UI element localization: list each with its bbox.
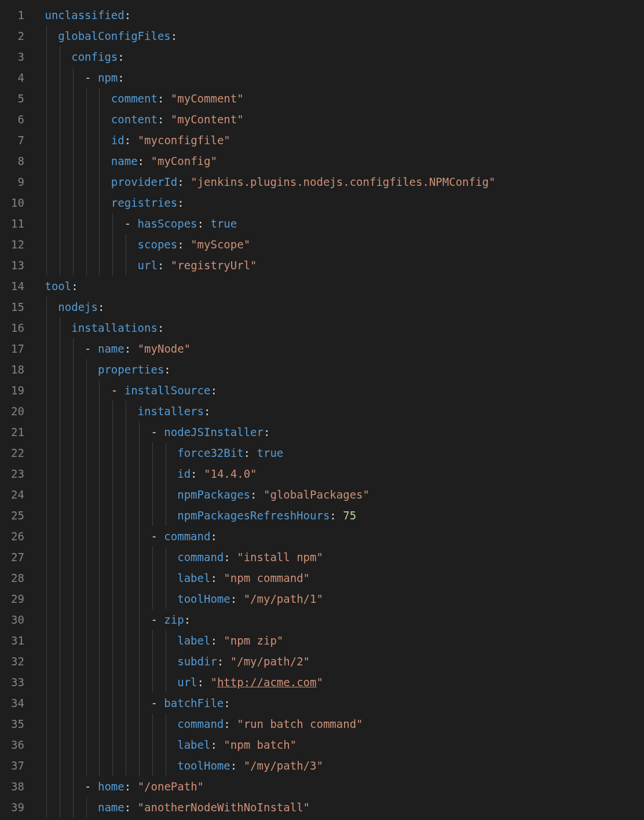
token-p: : bbox=[191, 467, 204, 480]
code-line[interactable]: comment: "myComment" bbox=[38, 88, 495, 109]
code-editor[interactable]: 1234567891011121314151617181920212223242… bbox=[0, 0, 644, 820]
token-s: "/my/path/2" bbox=[230, 655, 310, 668]
line-number: 33 bbox=[0, 672, 24, 693]
code-line[interactable]: configs: bbox=[38, 46, 495, 67]
token-d: - bbox=[85, 71, 98, 84]
token-s: "myScope" bbox=[191, 238, 250, 251]
code-line[interactable]: - name: "myNode" bbox=[38, 338, 495, 359]
line-number: 29 bbox=[0, 588, 24, 609]
code-line[interactable]: name: "anotherNodeWithNoInstall" bbox=[38, 797, 495, 818]
code-line[interactable]: registries: bbox=[38, 192, 495, 213]
token-d: - bbox=[85, 780, 98, 793]
token-k: installSource bbox=[125, 384, 211, 397]
token-s: "myconfigfile" bbox=[138, 134, 230, 147]
token-k: toolHome bbox=[177, 759, 230, 772]
code-line[interactable]: subdir: "/my/path/2" bbox=[38, 651, 495, 672]
line-number: 35 bbox=[0, 713, 24, 734]
token-k: name bbox=[111, 155, 138, 167]
code-line[interactable]: content: "myContent" bbox=[38, 109, 495, 130]
token-p: : bbox=[224, 551, 237, 563]
token-d: - bbox=[111, 384, 125, 397]
token-k: force32Bit bbox=[177, 446, 243, 459]
code-line[interactable]: force32Bit: true bbox=[38, 442, 495, 463]
code-line[interactable]: providerId: "jenkins.plugins.nodejs.conf… bbox=[38, 171, 495, 192]
token-s: "run batch command" bbox=[237, 718, 363, 730]
token-p: : bbox=[184, 613, 191, 626]
code-line[interactable]: unclassified: bbox=[38, 5, 495, 25]
line-number: 11 bbox=[0, 213, 24, 234]
token-d: - bbox=[85, 342, 98, 355]
code-line[interactable]: installations: bbox=[38, 317, 495, 338]
token-s: http://acme.com bbox=[217, 676, 317, 689]
code-line[interactable]: label: "npm batch" bbox=[38, 734, 495, 755]
code-line[interactable]: tool: bbox=[38, 276, 495, 296]
code-line[interactable]: - batchFile: bbox=[38, 693, 495, 713]
code-content[interactable]: unclassified: globalConfigFiles: configs… bbox=[38, 0, 495, 820]
line-number: 19 bbox=[0, 380, 24, 401]
line-number: 26 bbox=[0, 526, 24, 547]
code-line[interactable]: name: "myConfig" bbox=[38, 151, 495, 171]
code-line[interactable]: nodejs: bbox=[38, 296, 495, 317]
token-d: - bbox=[125, 217, 138, 230]
token-k: subdir bbox=[177, 655, 217, 668]
line-number: 28 bbox=[0, 568, 24, 588]
code-line[interactable]: toolHome: "/my/path/3" bbox=[38, 755, 495, 776]
code-line[interactable]: - home: "/onePath" bbox=[38, 776, 495, 797]
code-line[interactable]: - npm: bbox=[38, 67, 495, 88]
token-k: providerId bbox=[111, 175, 177, 188]
token-p: : bbox=[210, 530, 217, 543]
line-number: 18 bbox=[0, 359, 24, 380]
code-line[interactable]: label: "npm zip" bbox=[38, 630, 495, 651]
code-line[interactable]: id: "myconfigfile" bbox=[38, 130, 495, 151]
code-line[interactable]: id: "14.4.0" bbox=[38, 463, 495, 484]
code-line[interactable]: url: "registryUrl" bbox=[38, 255, 495, 276]
token-k: installations bbox=[71, 321, 158, 334]
token-s: "npm zip" bbox=[224, 634, 283, 647]
token-p: : bbox=[138, 155, 151, 167]
token-p: : bbox=[210, 634, 224, 647]
code-line[interactable]: label: "npm command" bbox=[38, 568, 495, 588]
code-line[interactable]: - installSource: bbox=[38, 380, 495, 401]
token-p: : bbox=[177, 175, 191, 188]
token-p: : bbox=[98, 301, 104, 313]
token-p: : bbox=[158, 259, 171, 272]
token-p: : bbox=[244, 446, 257, 459]
code-line[interactable]: scopes: "myScope" bbox=[38, 234, 495, 255]
code-line[interactable]: installers: bbox=[38, 401, 495, 422]
line-number: 22 bbox=[0, 442, 24, 463]
token-k: globalConfigFiles bbox=[58, 30, 170, 42]
code-line[interactable]: - hasScopes: true bbox=[38, 213, 495, 234]
token-k: comment bbox=[111, 92, 158, 105]
token-s: "globalPackages" bbox=[264, 488, 369, 501]
code-line[interactable]: npmPackagesRefreshHours: 75 bbox=[38, 505, 495, 526]
code-line[interactable]: - zip: bbox=[38, 609, 495, 630]
code-line[interactable]: globalConfigFiles: bbox=[38, 25, 495, 46]
line-number: 38 bbox=[0, 776, 24, 797]
code-line[interactable]: url: "http://acme.com" bbox=[38, 672, 495, 693]
token-p: : bbox=[330, 509, 343, 522]
token-d: - bbox=[151, 697, 164, 709]
token-p: : bbox=[125, 801, 138, 814]
code-line[interactable]: - nodeJSInstaller: bbox=[38, 422, 495, 442]
token-p: : bbox=[210, 572, 224, 584]
code-line[interactable]: command: "install npm" bbox=[38, 547, 495, 568]
code-line[interactable]: command: "run batch command" bbox=[38, 713, 495, 734]
line-number: 9 bbox=[0, 171, 24, 192]
code-line[interactable]: - command: bbox=[38, 526, 495, 547]
line-number: 3 bbox=[0, 46, 24, 67]
token-s: "install npm" bbox=[237, 551, 323, 563]
token-s: "npm batch" bbox=[224, 738, 297, 751]
code-line[interactable]: properties: bbox=[38, 359, 495, 380]
token-k: id bbox=[111, 134, 125, 147]
line-number: 2 bbox=[0, 25, 24, 46]
token-p: : bbox=[125, 342, 138, 355]
token-s: "myContent" bbox=[171, 113, 244, 126]
line-number: 31 bbox=[0, 630, 24, 651]
token-p: : bbox=[164, 363, 170, 376]
token-s: "14.4.0" bbox=[204, 467, 257, 480]
token-p: : bbox=[177, 238, 191, 251]
code-line[interactable]: npmPackages: "globalPackages" bbox=[38, 484, 495, 505]
token-p: : bbox=[118, 71, 124, 84]
token-p: : bbox=[158, 92, 171, 105]
code-line[interactable]: toolHome: "/my/path/1" bbox=[38, 588, 495, 609]
